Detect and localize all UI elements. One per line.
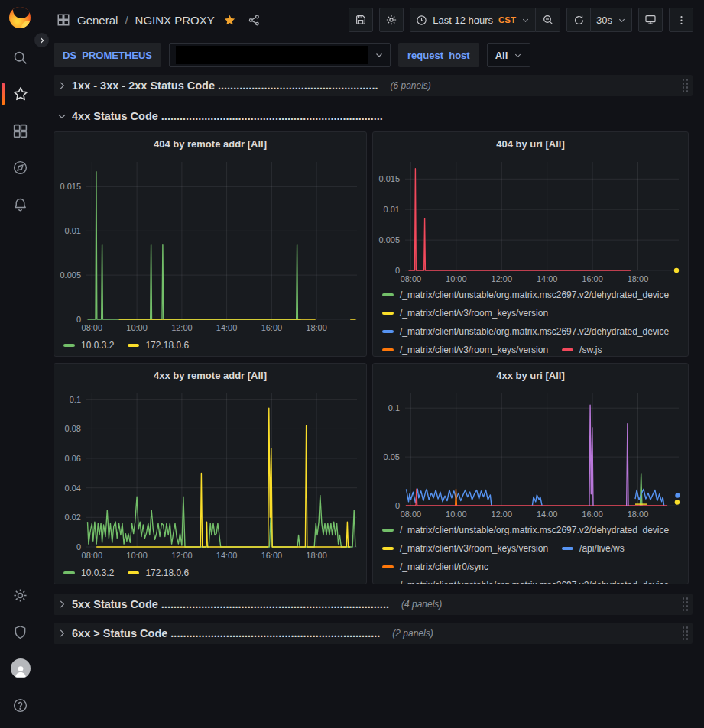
toolbar-actions: Last 12 hours CST 30s — [349, 8, 693, 32]
share-icon[interactable] — [248, 14, 261, 27]
dashboard-settings-button[interactable] — [379, 8, 404, 32]
legend-item[interactable]: /_matrix/client/unstable/org.matrix.msc2… — [382, 576, 669, 584]
legend-series-marker — [382, 547, 394, 550]
sidebar-item-alerting[interactable] — [0, 186, 41, 222]
panel-title[interactable]: 404 by remote addr [All] — [54, 132, 366, 156]
search-icon — [12, 50, 28, 66]
timeseries-chart[interactable]: 08:0010:0012:0014:0016:0018:0000.020.040… — [54, 387, 366, 562]
legend-item[interactable]: /_matrix/client/unstable/org.matrix.msc2… — [382, 322, 669, 341]
sidebar-item-server-admin[interactable] — [0, 613, 41, 650]
sidebar-item-profile[interactable] — [0, 650, 41, 687]
save-dashboard-button[interactable] — [349, 8, 373, 32]
legend-series-label: /api/live/ws — [579, 543, 625, 554]
sidebar-item-dashboards[interactable] — [0, 112, 41, 149]
legend-series-marker — [562, 348, 573, 351]
chart-legend: /_matrix/client/unstable/org.matrix.msc2… — [373, 286, 688, 356]
legend-series-label: 10.0.3.2 — [81, 568, 114, 578]
grafana-logo[interactable] — [9, 7, 32, 30]
row-drag-handle[interactable] — [683, 597, 689, 611]
row-drag-handle[interactable] — [683, 626, 689, 640]
sidebar-item-configuration[interactable] — [0, 577, 41, 613]
svg-text:0.02: 0.02 — [65, 513, 81, 522]
svg-text:0.08: 0.08 — [65, 424, 81, 433]
svg-text:18:00: 18:00 — [306, 551, 327, 560]
sidebar-item-explore[interactable] — [0, 149, 41, 186]
legend-series-label: 172.18.0.6 — [145, 340, 189, 351]
breadcrumb-separator: / — [125, 14, 128, 27]
legend-item[interactable]: 172.18.0.6 — [128, 568, 189, 578]
refresh-interval-picker[interactable]: 30s — [591, 8, 632, 32]
svg-text:0.01: 0.01 — [65, 226, 81, 235]
svg-text:08:00: 08:00 — [82, 323, 103, 332]
legend-item[interactable]: 10.0.3.2 — [63, 340, 114, 351]
panel-title[interactable]: 4xx by remote addr [All] — [54, 364, 366, 387]
more-options-button[interactable] — [669, 8, 693, 32]
legend-series-marker — [382, 529, 394, 532]
svg-text:08:00: 08:00 — [401, 274, 422, 283]
svg-text:10:00: 10:00 — [446, 274, 467, 283]
tv-mode-button[interactable] — [638, 8, 663, 32]
row-panel-count: (2 panels) — [392, 628, 433, 639]
row-1xx-3xx-2xx[interactable]: 1xx - 3xx - 2xx Status Code ............… — [54, 75, 693, 96]
panel-4xx-by-uri: 4xx by uri [All] 08:0010:0012:0014:0016:… — [372, 363, 689, 584]
legend-item[interactable]: 172.18.0.6 — [128, 340, 189, 351]
row-6xx[interactable]: 6xx > Status Code ......................… — [54, 623, 693, 644]
row-4xx[interactable]: 4xx Status Code ........................… — [54, 105, 693, 127]
legend-series-marker — [128, 571, 139, 574]
svg-text:0.005: 0.005 — [60, 270, 81, 280]
legend-item[interactable]: /_matrix/client/v3/room_keys/version — [382, 539, 548, 558]
kebab-icon — [676, 15, 687, 26]
legend-item[interactable]: /_matrix/client/unstable/org.matrix.msc2… — [382, 286, 669, 304]
timeseries-chart[interactable]: 08:0010:0012:0014:0016:0018:0000.050.1 — [373, 387, 688, 521]
variable-host-picker[interactable]: All — [487, 43, 531, 67]
svg-text:16:00: 16:00 — [582, 510, 603, 519]
shield-icon — [12, 624, 28, 640]
legend-item[interactable]: /_matrix/client/v3/room_keys/version — [382, 304, 548, 322]
time-range-picker[interactable]: Last 12 hours CST — [410, 8, 536, 32]
alerting-bell-icon — [12, 196, 28, 212]
row-panel-count: (6 panels) — [391, 80, 431, 91]
legend-series-marker — [562, 547, 573, 550]
sidebar-item-help[interactable] — [0, 687, 41, 723]
sidebar — [0, 0, 41, 728]
sidebar-item-starred[interactable] — [0, 76, 41, 112]
legend-item[interactable]: /_matrix/client/unstable/org.matrix.msc2… — [382, 521, 669, 539]
apps-grid-icon — [57, 13, 70, 27]
legend-item[interactable]: /api/live/ws — [562, 539, 625, 558]
time-range-label: Last 12 hours — [433, 15, 493, 26]
variable-ds-picker[interactable] — [169, 43, 391, 67]
legend-series-label: /_matrix/client/unstable/org.matrix.msc2… — [400, 326, 669, 337]
sidebar-expand-button[interactable] — [33, 31, 50, 49]
row-5xx[interactable]: 5xx Status Code ........................… — [54, 594, 693, 615]
breadcrumb-general[interactable]: General — [77, 14, 118, 27]
avatar — [11, 658, 31, 678]
zoom-out-icon — [542, 14, 554, 26]
refresh-button[interactable] — [566, 8, 591, 32]
legend-series-label: /_matrix/client/v3/room_keys/version — [400, 543, 548, 554]
chevron-down-icon — [618, 16, 626, 24]
dashboard-title[interactable]: NGINX PROXY — [135, 14, 215, 27]
svg-text:10:00: 10:00 — [126, 551, 148, 560]
help-icon — [12, 697, 28, 713]
row-drag-handle[interactable] — [683, 79, 689, 92]
panel-title[interactable]: 4xx by uri [All] — [373, 364, 688, 387]
legend-series-label: /_matrix/client/v3/room_keys/version — [400, 345, 548, 355]
timeseries-chart[interactable]: 08:0010:0012:0014:0016:0018:0000.0050.01… — [373, 156, 688, 286]
breadcrumb: General / NGINX PROXY — [57, 13, 261, 27]
save-icon — [355, 14, 367, 26]
legend-item[interactable]: 10.0.3.2 — [63, 568, 114, 578]
legend-item[interactable]: /_matrix/client/r0/sync — [382, 558, 488, 576]
legend-item[interactable]: /sw.js — [562, 341, 602, 356]
svg-text:16:00: 16:00 — [261, 323, 283, 332]
row-title: 4xx Status Code ........................… — [72, 110, 383, 122]
row-title: 5xx Status Code ........................… — [72, 598, 389, 610]
svg-text:0.005: 0.005 — [378, 235, 400, 244]
favorite-star-icon[interactable] — [223, 14, 236, 27]
zoom-out-time-button[interactable] — [536, 8, 560, 32]
legend-series-marker — [382, 330, 394, 333]
legend-item[interactable]: /_matrix/client/v3/room_keys/version — [382, 341, 548, 356]
legend-series-label: /_matrix/client/unstable/org.matrix.msc2… — [400, 290, 669, 300]
svg-text:14:00: 14:00 — [537, 274, 558, 283]
timeseries-chart[interactable]: 08:0010:0012:0014:0016:0018:0000.0050.01… — [54, 156, 366, 335]
panel-title[interactable]: 404 by uri [All] — [373, 132, 688, 156]
